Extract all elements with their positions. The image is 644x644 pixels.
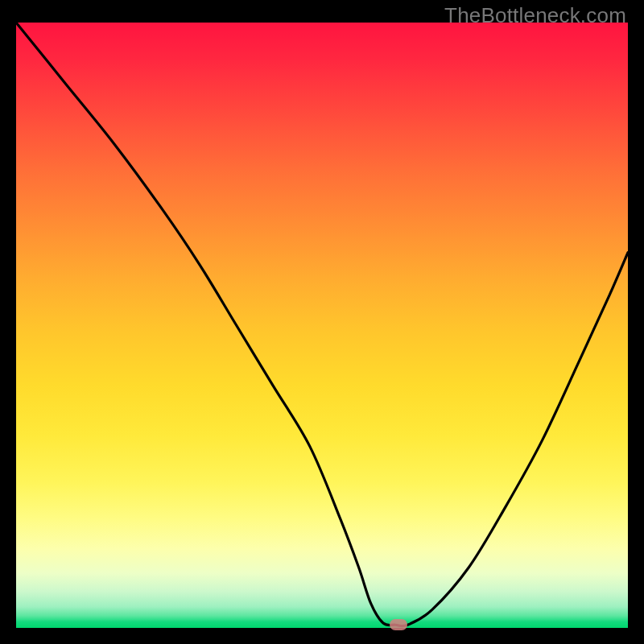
plot-area	[16, 23, 628, 628]
bottleneck-curve	[16, 23, 628, 626]
curve-svg	[16, 23, 628, 628]
optimal-point-marker	[390, 619, 407, 630]
chart-frame: TheBottleneck.com	[0, 0, 644, 644]
